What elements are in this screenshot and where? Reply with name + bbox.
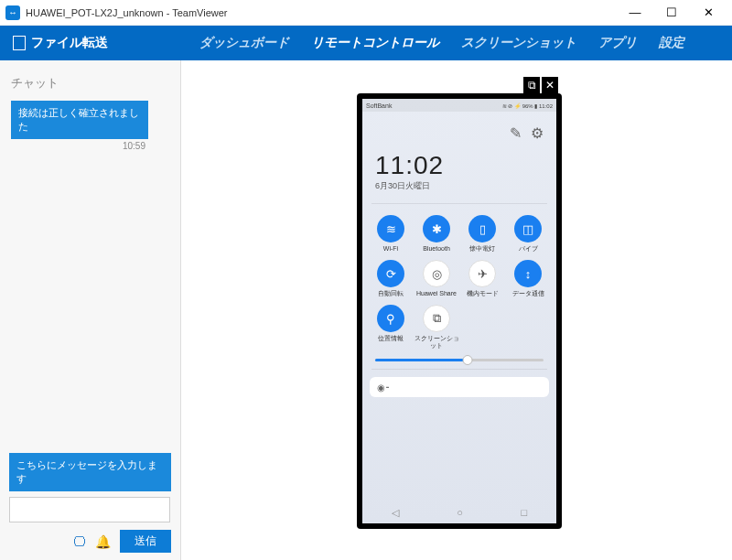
- qs-tile-flashlight-icon[interactable]: ▯懐中電灯: [459, 215, 505, 258]
- chat-message: 接続は正しく確立されました: [11, 101, 148, 139]
- teamviewer-icon: [5, 5, 20, 20]
- send-button[interactable]: 送信: [120, 530, 171, 553]
- phone-frame: ⧉ ✕ SoftBank ≋ ⊘ ⚡ 96% ▮ 11:02 ✎ ⚙ 11:02…: [357, 93, 562, 529]
- nav-back-button[interactable]: ◁: [392, 507, 399, 519]
- remote-view-area: ⧉ ✕ SoftBank ≋ ⊘ ⚡ 96% ▮ 11:02 ✎ ⚙ 11:02…: [181, 60, 732, 560]
- qs-tile-label: スクリーンショット: [414, 335, 459, 348]
- qs-tile-label: 自動回転: [378, 290, 404, 303]
- qs-tile-airplane-icon[interactable]: ✈機内モード: [459, 260, 505, 303]
- qs-tile-label: 機内モード: [467, 290, 499, 303]
- qs-tile-vibrate-icon[interactable]: ◫バイブ: [505, 215, 551, 258]
- chat-heading: チャット: [0, 70, 180, 97]
- qs-tile-data-icon[interactable]: ↕データ通信: [505, 260, 551, 303]
- qs-tile-label: 位置情報: [378, 335, 404, 348]
- notification-row[interactable]: ◉⁃: [370, 377, 549, 397]
- attach-icon[interactable]: 🖵: [73, 534, 86, 549]
- carrier-label: SoftBank: [366, 102, 502, 109]
- edit-icon[interactable]: ✎: [510, 124, 522, 142]
- chat-timestamp: 10:59: [0, 141, 180, 151]
- qs-tile-bluetooth-icon[interactable]: ✱Bluetooth: [414, 215, 459, 258]
- qs-tile-label: バイブ: [519, 245, 538, 258]
- huawei-share-icon: ◎: [423, 260, 450, 287]
- nav-tab-2[interactable]: スクリーンショット: [450, 26, 587, 60]
- file-transfer-label: ファイル転送: [31, 35, 108, 51]
- vibrate-icon: ◫: [514, 215, 542, 242]
- file-transfer-button[interactable]: ファイル転送: [0, 35, 121, 51]
- window-title: HUAWEI_POT-LX2J_unknown - TeamViewer: [26, 7, 617, 18]
- wifi-icon: ≋: [377, 215, 404, 242]
- nav-tab-4[interactable]: 設定: [648, 26, 695, 60]
- qs-tile-huawei-share-icon[interactable]: ◎Huawei Share: [414, 260, 459, 303]
- nav-tab-1[interactable]: リモートコントロール: [300, 26, 450, 60]
- qs-tile-label: データ通信: [512, 290, 544, 303]
- qs-tile-label: Bluetooth: [423, 245, 450, 258]
- qs-tile-location-icon[interactable]: ⚲位置情報: [368, 305, 414, 348]
- clock-date: 6月30日火曜日: [375, 180, 544, 192]
- brightness-slider[interactable]: [375, 359, 544, 361]
- qs-tile-screenshot-icon[interactable]: ⧉スクリーンショット: [414, 305, 459, 348]
- chat-sidebar: チャット 接続は正しく確立されました 10:59 こちらにメッセージを入力します…: [0, 60, 181, 560]
- nav-home-button[interactable]: ○: [457, 507, 463, 518]
- window-maximize-button[interactable]: ☐: [653, 0, 690, 26]
- autorotate-icon: ⟳: [377, 260, 404, 287]
- file-icon: [13, 36, 26, 50]
- gear-icon[interactable]: ⚙: [531, 124, 544, 142]
- window-close-button[interactable]: ✕: [690, 0, 727, 26]
- chat-input[interactable]: [9, 497, 170, 522]
- bell-icon[interactable]: 🔔: [95, 534, 111, 549]
- chat-input-label: こちらにメッセージを入力します: [9, 453, 171, 491]
- android-nav-bar: ◁ ○ □: [362, 501, 556, 523]
- window-titlebar: HUAWEI_POT-LX2J_unknown - TeamViewer — ☐…: [0, 0, 732, 26]
- nav-tab-3[interactable]: アプリ: [587, 26, 648, 60]
- qs-tile-label: 懐中電灯: [469, 245, 495, 258]
- qs-tile-label: Wi-Fi: [383, 245, 398, 258]
- qs-tile-label: Huawei Share: [416, 290, 457, 303]
- notif-app-icon: ◉⁃: [377, 382, 390, 393]
- airplane-icon: ✈: [468, 260, 496, 287]
- status-icons: ≋ ⊘ ⚡ 96% ▮ 11:02: [502, 102, 553, 109]
- screenshot-icon: ⧉: [423, 305, 450, 332]
- window-minimize-button[interactable]: —: [617, 0, 653, 26]
- quick-settings-grid: ≋Wi-Fi✱Bluetooth▯懐中電灯◫バイブ⟳自動回転◎Huawei Sh…: [362, 208, 556, 351]
- bluetooth-icon: ✱: [423, 215, 450, 242]
- nav-recent-button[interactable]: □: [522, 507, 528, 518]
- flashlight-icon: ▯: [468, 215, 496, 242]
- popout-icon[interactable]: ⧉: [523, 77, 540, 93]
- nav-tab-0[interactable]: ダッシュボード: [188, 26, 300, 60]
- status-bar: SoftBank ≋ ⊘ ⚡ 96% ▮ 11:02: [362, 99, 556, 112]
- clock-time: 11:02: [375, 151, 544, 180]
- location-icon: ⚲: [377, 305, 404, 332]
- data-icon: ↕: [514, 260, 542, 287]
- main-navbar: ファイル転送 ダッシュボードリモートコントロールスクリーンショットアプリ設定: [0, 26, 732, 60]
- qs-tile-wifi-icon[interactable]: ≋Wi-Fi: [368, 215, 414, 258]
- remote-close-icon[interactable]: ✕: [542, 77, 558, 93]
- qs-tile-autorotate-icon[interactable]: ⟳自動回転: [368, 260, 414, 303]
- phone-screen[interactable]: SoftBank ≋ ⊘ ⚡ 96% ▮ 11:02 ✎ ⚙ 11:02 6月3…: [362, 99, 556, 523]
